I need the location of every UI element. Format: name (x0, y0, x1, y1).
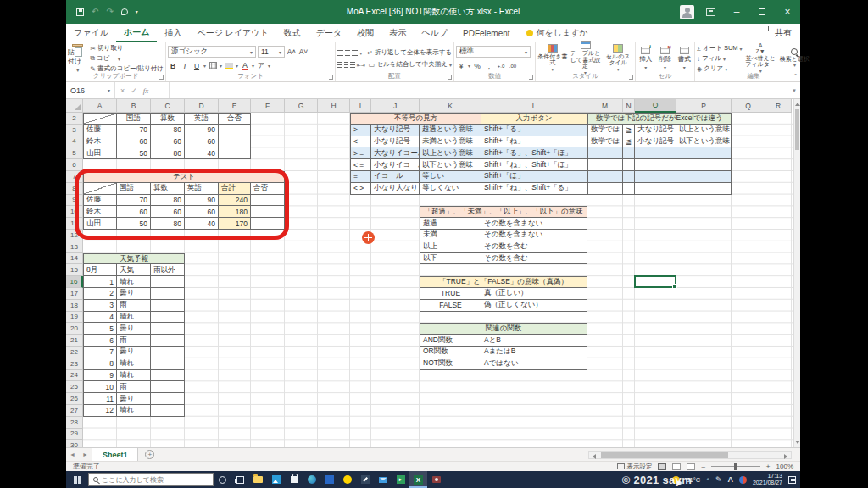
scores-table-cell-D2[interactable]: 英語 (185, 113, 219, 125)
fill-color-button[interactable] (224, 60, 234, 71)
weather-table-cell-A14[interactable]: 天気予報 (83, 253, 185, 265)
weather-table-cell-B26[interactable]: 曇り (117, 393, 151, 405)
meaning-table-cell-K13[interactable]: 以上 (420, 241, 481, 253)
weather-table-cell-A19[interactable]: 4 (83, 312, 117, 324)
meaning-table-cell-K14[interactable]: 以下 (420, 253, 481, 265)
column-header-L[interactable]: L (481, 99, 587, 113)
tell-me-box[interactable]: 何をしますか (526, 27, 588, 39)
mail-button[interactable] (374, 471, 392, 488)
inequality-table-cell-J8[interactable]: 小なり大なり (371, 183, 420, 195)
related-functions-table-cell-K21[interactable]: AND関数 (420, 335, 481, 347)
font-dialog-launcher[interactable] (329, 75, 333, 80)
inequality-table-cell-K3[interactable]: 超過という意味 (420, 125, 481, 136)
conditional-formatting-button[interactable]: 条件付き書式 ▾ (537, 44, 568, 74)
math-symbols-table-cell-N4[interactable]: ≦ (623, 136, 635, 148)
weather-table-cell-B22[interactable]: 曇り (117, 347, 151, 358)
ribbon-tab-file[interactable]: ファイル (66, 24, 116, 42)
prev-sheet-icon[interactable]: ◄ (66, 452, 79, 458)
weather-table-cell-A16[interactable]: 1 (83, 276, 117, 288)
find-select-button[interactable]: 検索と選択 ▾ (779, 48, 810, 69)
underline-button[interactable]: U (192, 60, 202, 71)
percent-format-icon[interactable]: % (472, 60, 482, 71)
number-format-select[interactable]: 標準▾ (456, 46, 531, 58)
weather-table-cell-A17[interactable]: 2 (83, 288, 117, 300)
true-false-table-cell-K17[interactable]: TRUE (420, 288, 481, 300)
scores-table-cell-C4[interactable]: 60 (151, 136, 185, 148)
store-button[interactable] (285, 471, 303, 488)
weather-icon[interactable] (672, 476, 680, 484)
related-functions-table-cell-K23[interactable]: NOT関数 (420, 358, 481, 370)
math-symbols-table-cell-O7[interactable] (635, 171, 676, 183)
scores-table-cell-E3[interactable] (219, 125, 251, 136)
scores-table-cell-A2[interactable] (83, 113, 117, 125)
weather-table-cell-C19[interactable] (151, 312, 185, 324)
taskbar-search[interactable] (88, 473, 214, 486)
column-header-B[interactable]: B (117, 99, 151, 113)
math-symbols-table-cell-P6[interactable] (676, 159, 732, 171)
inequality-table-cell-I2[interactable]: 不等号の見方 (350, 113, 481, 125)
ribbon-tab-review[interactable]: 校閲 (349, 24, 381, 42)
onedrive-app-button[interactable] (320, 471, 338, 488)
column-header-I[interactable]: I (350, 99, 371, 113)
display-settings-button[interactable]: 表示設定 (617, 463, 652, 471)
delete-cells-button[interactable]: 削除 ▾ (657, 47, 674, 70)
weather-table-cell-B19[interactable]: 晴れ (117, 312, 151, 324)
merge-center-button[interactable]: ▭ セルを結合して中央揃え ▾ (369, 60, 452, 69)
horizontal-scrollbar[interactable] (588, 451, 792, 459)
decrease-font-icon[interactable]: A˅ (298, 47, 309, 58)
ribbon-tab-home[interactable]: ホーム (116, 24, 157, 42)
scores-table-cell-A3[interactable]: 佐藤 (83, 125, 117, 136)
ribbon-tab-data[interactable]: データ (309, 24, 349, 42)
align-left-icon[interactable] (337, 62, 342, 68)
inequality-table-cell-L2[interactable]: 入力ボタン (481, 113, 587, 125)
scores-table-cell-B4[interactable]: 60 (117, 136, 151, 148)
true-false-table-cell-L17[interactable]: 真（正しい） (481, 288, 587, 300)
weather-table-cell-C20[interactable] (151, 323, 185, 335)
column-header-D[interactable]: D (185, 99, 219, 113)
inequality-table-cell-J6[interactable]: 小なりイコール (371, 159, 420, 171)
undo-icon[interactable]: ↶ (92, 8, 98, 16)
row-header-26[interactable]: 26 (66, 393, 83, 405)
inequality-table-cell-J4[interactable]: 小なり記号 (371, 136, 420, 148)
weather-table-cell-C27[interactable] (151, 405, 185, 417)
align-middle-icon[interactable] (345, 50, 351, 56)
weather-table-cell-A18[interactable]: 3 (83, 300, 117, 312)
ime-pen-icon[interactable]: ✎ (715, 476, 722, 484)
math-symbols-table-cell-N6[interactable] (623, 159, 635, 171)
weather-table-cell-C26[interactable] (151, 393, 185, 405)
weather-table-cell-C24[interactable] (151, 370, 185, 382)
column-header-F[interactable]: F (251, 99, 285, 113)
math-symbols-table-cell-M2[interactable]: 数学では下記の記号だがExcelでは違う (587, 113, 732, 125)
column-header-K[interactable]: K (420, 99, 481, 113)
scroll-down-icon[interactable] (795, 441, 800, 444)
sheet-grid[interactable]: ABCDEFGHIJKLMNOPQR2345678910111213141516… (66, 99, 793, 447)
weather-table-cell-C21[interactable] (151, 335, 185, 347)
row-header-22[interactable]: 22 (66, 347, 83, 358)
row-header-21[interactable]: 21 (66, 335, 83, 347)
restore-button[interactable] (749, 0, 775, 24)
insert-function-icon[interactable]: fx (143, 86, 149, 95)
ime-mode-icon[interactable]: A (727, 475, 733, 484)
ribbon-tab-view[interactable]: 表示 (381, 24, 414, 42)
currency-format-icon[interactable]: ¥ (456, 60, 466, 71)
start-button[interactable] (66, 471, 88, 488)
math-symbols-table-cell-M4[interactable]: 数学では (587, 136, 623, 148)
weather-table-cell-B25[interactable]: 雨 (117, 381, 151, 393)
scroll-up-icon[interactable] (795, 103, 800, 106)
inequality-table-cell-J5[interactable]: 大なりイコール (371, 147, 420, 159)
taskbar-clock[interactable]: 17:13 2021/08/27 (753, 473, 782, 486)
weather-table-cell-A15[interactable]: 8月 (83, 264, 117, 276)
weather-temp[interactable]: 31°C (686, 476, 700, 484)
weather-table-cell-A21[interactable]: 6 (83, 335, 117, 347)
format-cells-button[interactable]: 書式 ▾ (676, 47, 693, 70)
weather-table-cell-B20[interactable]: 曇り (117, 323, 151, 335)
cortana-button[interactable] (214, 471, 231, 488)
row-header-27[interactable]: 27 (66, 405, 83, 417)
math-symbols-table-cell-O6[interactable] (635, 159, 676, 171)
select-all-corner[interactable] (66, 99, 83, 113)
column-header-G[interactable]: G (285, 99, 318, 113)
true-false-table-cell-L18[interactable]: 偽（正しくない） (481, 300, 587, 312)
math-symbols-table-cell-O4[interactable]: 小なり記号 (635, 136, 676, 148)
save-icon[interactable] (76, 8, 84, 16)
scores-table-cell-C3[interactable]: 80 (151, 125, 185, 136)
